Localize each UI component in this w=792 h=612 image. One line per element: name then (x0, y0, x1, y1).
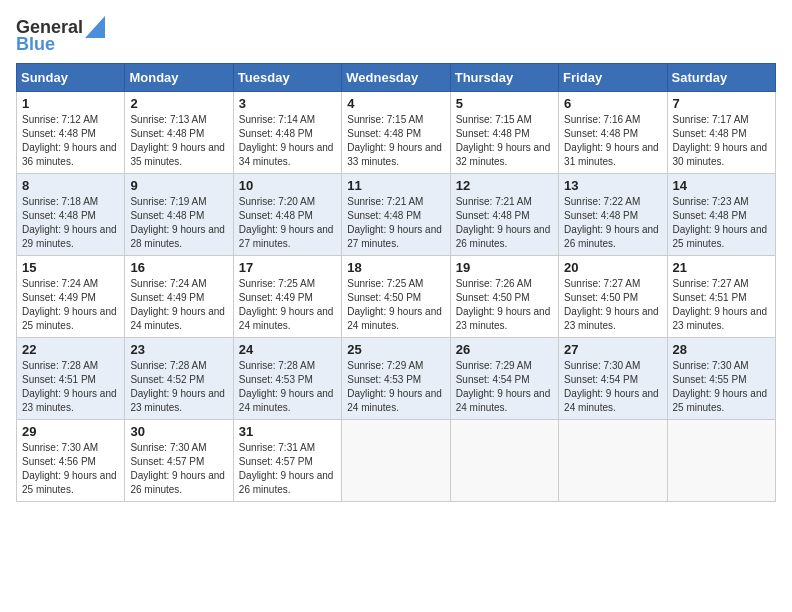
sunrise-label: Sunrise: 7:21 AM (456, 196, 532, 207)
day-number: 23 (130, 342, 227, 357)
sunset-label: Sunset: 4:53 PM (239, 374, 313, 385)
day-header-sunday: Sunday (17, 64, 125, 92)
day-number: 18 (347, 260, 444, 275)
sunrise-label: Sunrise: 7:29 AM (347, 360, 423, 371)
day-number: 3 (239, 96, 336, 111)
daylight-label: Daylight: 9 hours and 24 minutes. (347, 388, 442, 413)
week-row-3: 15 Sunrise: 7:24 AM Sunset: 4:49 PM Dayl… (17, 256, 776, 338)
calendar-cell: 15 Sunrise: 7:24 AM Sunset: 4:49 PM Dayl… (17, 256, 125, 338)
cell-info: Sunrise: 7:31 AM Sunset: 4:57 PM Dayligh… (239, 441, 336, 497)
calendar-cell: 4 Sunrise: 7:15 AM Sunset: 4:48 PM Dayli… (342, 92, 450, 174)
daylight-label: Daylight: 9 hours and 23 minutes. (130, 388, 225, 413)
day-number: 8 (22, 178, 119, 193)
day-number: 10 (239, 178, 336, 193)
calendar-cell: 8 Sunrise: 7:18 AM Sunset: 4:48 PM Dayli… (17, 174, 125, 256)
day-number: 19 (456, 260, 553, 275)
sunrise-label: Sunrise: 7:20 AM (239, 196, 315, 207)
sunset-label: Sunset: 4:53 PM (347, 374, 421, 385)
page-header: General Blue (16, 16, 776, 55)
sunset-label: Sunset: 4:54 PM (564, 374, 638, 385)
day-number: 6 (564, 96, 661, 111)
cell-info: Sunrise: 7:26 AM Sunset: 4:50 PM Dayligh… (456, 277, 553, 333)
sunrise-label: Sunrise: 7:17 AM (673, 114, 749, 125)
day-number: 24 (239, 342, 336, 357)
calendar-cell: 17 Sunrise: 7:25 AM Sunset: 4:49 PM Dayl… (233, 256, 341, 338)
daylight-label: Daylight: 9 hours and 23 minutes. (673, 306, 768, 331)
sunrise-label: Sunrise: 7:30 AM (130, 442, 206, 453)
sunset-label: Sunset: 4:57 PM (130, 456, 204, 467)
sunset-label: Sunset: 4:50 PM (564, 292, 638, 303)
daylight-label: Daylight: 9 hours and 23 minutes. (22, 388, 117, 413)
cell-info: Sunrise: 7:28 AM Sunset: 4:52 PM Dayligh… (130, 359, 227, 415)
sunset-label: Sunset: 4:48 PM (130, 128, 204, 139)
calendar-cell: 22 Sunrise: 7:28 AM Sunset: 4:51 PM Dayl… (17, 338, 125, 420)
day-number: 7 (673, 96, 770, 111)
calendar-cell: 31 Sunrise: 7:31 AM Sunset: 4:57 PM Dayl… (233, 420, 341, 502)
day-number: 25 (347, 342, 444, 357)
calendar-table: SundayMondayTuesdayWednesdayThursdayFrid… (16, 63, 776, 502)
day-number: 21 (673, 260, 770, 275)
sunset-label: Sunset: 4:48 PM (22, 128, 96, 139)
cell-info: Sunrise: 7:30 AM Sunset: 4:56 PM Dayligh… (22, 441, 119, 497)
calendar-cell: 30 Sunrise: 7:30 AM Sunset: 4:57 PM Dayl… (125, 420, 233, 502)
cell-info: Sunrise: 7:30 AM Sunset: 4:57 PM Dayligh… (130, 441, 227, 497)
calendar-cell: 26 Sunrise: 7:29 AM Sunset: 4:54 PM Dayl… (450, 338, 558, 420)
sunrise-label: Sunrise: 7:27 AM (673, 278, 749, 289)
sunset-label: Sunset: 4:48 PM (347, 210, 421, 221)
sunset-label: Sunset: 4:48 PM (239, 128, 313, 139)
daylight-label: Daylight: 9 hours and 25 minutes. (22, 470, 117, 495)
cell-info: Sunrise: 7:12 AM Sunset: 4:48 PM Dayligh… (22, 113, 119, 169)
day-header-saturday: Saturday (667, 64, 775, 92)
sunrise-label: Sunrise: 7:18 AM (22, 196, 98, 207)
sunrise-label: Sunrise: 7:16 AM (564, 114, 640, 125)
sunset-label: Sunset: 4:48 PM (673, 128, 747, 139)
calendar-cell: 28 Sunrise: 7:30 AM Sunset: 4:55 PM Dayl… (667, 338, 775, 420)
day-number: 12 (456, 178, 553, 193)
cell-info: Sunrise: 7:25 AM Sunset: 4:50 PM Dayligh… (347, 277, 444, 333)
sunset-label: Sunset: 4:49 PM (130, 292, 204, 303)
day-number: 22 (22, 342, 119, 357)
cell-info: Sunrise: 7:28 AM Sunset: 4:53 PM Dayligh… (239, 359, 336, 415)
daylight-label: Daylight: 9 hours and 31 minutes. (564, 142, 659, 167)
daylight-label: Daylight: 9 hours and 24 minutes. (130, 306, 225, 331)
sunrise-label: Sunrise: 7:25 AM (347, 278, 423, 289)
day-number: 14 (673, 178, 770, 193)
cell-info: Sunrise: 7:17 AM Sunset: 4:48 PM Dayligh… (673, 113, 770, 169)
sunrise-label: Sunrise: 7:28 AM (239, 360, 315, 371)
daylight-label: Daylight: 9 hours and 24 minutes. (564, 388, 659, 413)
sunrise-label: Sunrise: 7:27 AM (564, 278, 640, 289)
sunrise-label: Sunrise: 7:21 AM (347, 196, 423, 207)
calendar-cell: 18 Sunrise: 7:25 AM Sunset: 4:50 PM Dayl… (342, 256, 450, 338)
daylight-label: Daylight: 9 hours and 35 minutes. (130, 142, 225, 167)
calendar-cell: 9 Sunrise: 7:19 AM Sunset: 4:48 PM Dayli… (125, 174, 233, 256)
sunrise-label: Sunrise: 7:13 AM (130, 114, 206, 125)
sunrise-label: Sunrise: 7:12 AM (22, 114, 98, 125)
day-number: 27 (564, 342, 661, 357)
day-number: 26 (456, 342, 553, 357)
daylight-label: Daylight: 9 hours and 27 minutes. (347, 224, 442, 249)
calendar-cell: 1 Sunrise: 7:12 AM Sunset: 4:48 PM Dayli… (17, 92, 125, 174)
cell-info: Sunrise: 7:21 AM Sunset: 4:48 PM Dayligh… (456, 195, 553, 251)
day-number: 20 (564, 260, 661, 275)
cell-info: Sunrise: 7:27 AM Sunset: 4:50 PM Dayligh… (564, 277, 661, 333)
logo-arrow-icon (85, 16, 105, 38)
daylight-label: Daylight: 9 hours and 26 minutes. (130, 470, 225, 495)
day-number: 29 (22, 424, 119, 439)
sunset-label: Sunset: 4:48 PM (456, 128, 530, 139)
daylight-label: Daylight: 9 hours and 24 minutes. (347, 306, 442, 331)
calendar-cell: 13 Sunrise: 7:22 AM Sunset: 4:48 PM Dayl… (559, 174, 667, 256)
cell-info: Sunrise: 7:15 AM Sunset: 4:48 PM Dayligh… (456, 113, 553, 169)
header-row: SundayMondayTuesdayWednesdayThursdayFrid… (17, 64, 776, 92)
daylight-label: Daylight: 9 hours and 26 minutes. (239, 470, 334, 495)
day-number: 11 (347, 178, 444, 193)
calendar-cell: 12 Sunrise: 7:21 AM Sunset: 4:48 PM Dayl… (450, 174, 558, 256)
week-row-5: 29 Sunrise: 7:30 AM Sunset: 4:56 PM Dayl… (17, 420, 776, 502)
cell-info: Sunrise: 7:20 AM Sunset: 4:48 PM Dayligh… (239, 195, 336, 251)
cell-info: Sunrise: 7:14 AM Sunset: 4:48 PM Dayligh… (239, 113, 336, 169)
calendar-cell (342, 420, 450, 502)
day-header-friday: Friday (559, 64, 667, 92)
sunset-label: Sunset: 4:49 PM (22, 292, 96, 303)
daylight-label: Daylight: 9 hours and 24 minutes. (239, 388, 334, 413)
sunset-label: Sunset: 4:48 PM (456, 210, 530, 221)
sunrise-label: Sunrise: 7:24 AM (22, 278, 98, 289)
